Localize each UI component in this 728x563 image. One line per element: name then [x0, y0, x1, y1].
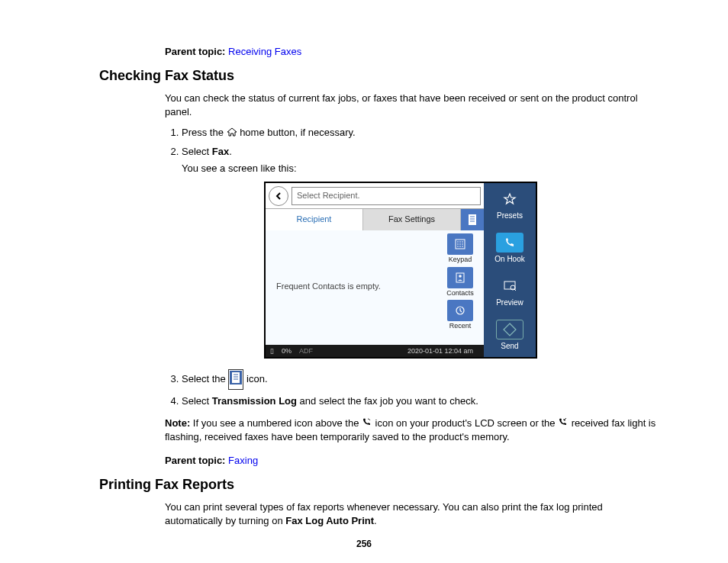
tab-menu-button[interactable]: [461, 209, 484, 230]
phone-icon: [496, 233, 523, 253]
svg-point-5: [457, 241, 459, 243]
svg-point-13: [462, 246, 463, 247]
svg-point-9: [459, 243, 461, 245]
phone-received-icon: [558, 417, 569, 430]
device-screenshot: Select Recipient. Recipient Fax Settings…: [264, 182, 537, 359]
page-number: 256: [0, 539, 728, 549]
parent-topic-link-faxing[interactable]: Faxing: [228, 455, 258, 466]
svg-point-11: [457, 246, 459, 247]
steps-list-1: Press the home button, if necessary. Sel…: [165, 126, 659, 408]
intro-text-1: You can check the status of current fax …: [165, 92, 659, 118]
preview-button[interactable]: Preview: [484, 270, 536, 314]
parent-topic-label: Parent topic:: [165, 46, 225, 57]
parent-topic-link-receiving-faxes[interactable]: Receiving Faxes: [228, 46, 301, 57]
note-block: Note: If you see a numbered icon above t…: [165, 417, 659, 445]
svg-point-10: [462, 243, 463, 245]
presets-button[interactable]: Presets: [484, 183, 536, 227]
svg-point-12: [459, 246, 461, 247]
step-2: Select Fax. You see a screen like this: …: [182, 145, 659, 359]
keypad-icon: [447, 233, 473, 255]
status-datetime: 2020-01-01 12:04 am: [407, 346, 473, 356]
step-3: Select the icon.: [182, 369, 659, 390]
tab-fax-settings[interactable]: Fax Settings: [363, 209, 461, 230]
phone-handset-icon: [362, 417, 372, 430]
contacts-icon: [447, 267, 473, 288]
status-adf: ADF: [299, 346, 313, 356]
step-2-sub: You see a screen like this:: [182, 162, 659, 175]
select-recipient-field[interactable]: Select Recipient.: [292, 187, 481, 205]
intro-text-2: You can print several types of fax repor…: [165, 500, 659, 527]
star-icon: [496, 189, 523, 209]
contacts-button[interactable]: Contacts: [440, 267, 481, 298]
svg-point-7: [462, 241, 463, 243]
on-hook-button[interactable]: On Hook: [484, 227, 536, 270]
home-icon: [227, 127, 237, 140]
device-status-bar: ▯ 0% ADF 2020-01-01 12:04 am: [266, 345, 484, 357]
menu-icon: [228, 369, 243, 390]
recent-button[interactable]: Recent: [440, 300, 481, 331]
parent-topic-2: Parent topic: Faxing: [165, 455, 659, 466]
parent-topic-label-2: Parent topic:: [165, 455, 225, 466]
svg-point-6: [459, 241, 461, 243]
send-icon: [496, 320, 523, 339]
svg-line-19: [514, 289, 516, 291]
send-button[interactable]: Send: [484, 314, 536, 357]
back-button[interactable]: [269, 186, 288, 206]
status-percent: 0%: [282, 346, 292, 356]
svg-rect-0: [469, 214, 476, 225]
parent-topic-1: Parent topic: Receiving Faxes: [165, 46, 659, 57]
svg-rect-21: [232, 372, 240, 383]
tab-recipient[interactable]: Recipient: [266, 209, 363, 230]
step-1: Press the home button, if necessary.: [182, 126, 659, 140]
step-4: Select Transmission Log and select the f…: [182, 394, 659, 408]
svg-point-15: [459, 275, 462, 278]
heading-printing-fax-reports: Printing Fax Reports: [99, 477, 659, 493]
battery-icon: ▯: [270, 346, 274, 356]
recent-icon: [447, 300, 473, 321]
preview-icon: [496, 276, 523, 296]
heading-checking-fax-status: Checking Fax Status: [99, 68, 659, 84]
svg-rect-14: [456, 273, 464, 282]
svg-point-8: [457, 243, 459, 245]
frequent-contacts-empty: Frequent Contacts is empty.: [276, 281, 381, 292]
keypad-button[interactable]: Keypad: [440, 233, 481, 265]
